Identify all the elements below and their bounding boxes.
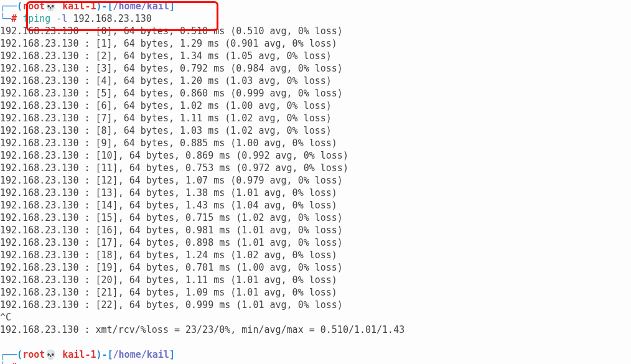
ping-text: 192.168.23.130 : [12], 64 bytes, 1.07 ms…	[0, 175, 343, 186]
ping-text: 192.168.23.130 : [9], 64 bytes, 0.885 ms…	[0, 138, 337, 149]
ping-reply-line: 192.168.23.130 : [8], 64 bytes, 1.03 ms …	[0, 124, 631, 137]
ping-text: 192.168.23.130 : [15], 64 bytes, 0.715 m…	[0, 212, 343, 223]
prompt-hash: #	[11, 13, 22, 24]
ping-text: 192.168.23.130 : [14], 64 bytes, 1.43 ms…	[0, 200, 337, 211]
ping-reply-line: 192.168.23.130 : [13], 64 bytes, 1.38 ms…	[0, 187, 631, 199]
ping-text: 192.168.23.130 : [22], 64 bytes, 0.999 m…	[0, 299, 343, 310]
ping-reply-line: 192.168.23.130 : [14], 64 bytes, 1.43 ms…	[0, 199, 631, 212]
skull-icon: 💀	[45, 349, 57, 360]
ping-reply-line: 192.168.23.130 : [0], 64 bytes, 0.510 ms…	[0, 25, 631, 37]
ping-text: 192.168.23.130 : [11], 64 bytes, 0.753 m…	[0, 162, 348, 174]
ping-reply-line: 192.168.23.130 : [7], 64 bytes, 1.11 ms …	[0, 112, 631, 124]
prompt-path: /home/kail	[113, 349, 169, 360]
prompt-hash: #	[11, 362, 22, 364]
ping-text: 192.168.23.130 : [4], 64 bytes, 1.20 ms …	[0, 75, 332, 86]
terminal-line: ┌──(root💀 kail-1)-[/home/kail]	[0, 348, 631, 361]
terminal-line	[0, 336, 631, 348]
prompt-open: ┌──(	[0, 1, 22, 12]
summary-line: 192.168.23.130 : xmt/rcv/%loss = 23/23/0…	[0, 324, 631, 336]
ping-reply-line: 192.168.23.130 : [1], 64 bytes, 1.29 ms …	[0, 37, 631, 50]
ping-reply-line: 192.168.23.130 : [9], 64 bytes, 0.885 ms…	[0, 137, 631, 149]
interrupt-line: ^C	[0, 311, 631, 324]
prompt-user: root	[22, 349, 45, 360]
prompt-line2: └─	[0, 362, 11, 364]
ping-text: 192.168.23.130 : [21], 64 bytes, 1.09 ms…	[0, 287, 337, 298]
terminal-output[interactable]: ┌──(root💀 kail-1)-[/home/kail]└─# fping …	[0, 0, 631, 364]
prompt-bracket-open: )-[	[96, 1, 113, 12]
ping-text: 192.168.23.130 : [16], 64 bytes, 0.981 m…	[0, 225, 343, 236]
ping-reply-line: 192.168.23.130 : [19], 64 bytes, 0.701 m…	[0, 261, 631, 274]
terminal-line: └─# fping -l 192.168.23.130	[0, 12, 631, 25]
ping-reply-line: 192.168.23.130 : [22], 64 bytes, 0.999 m…	[0, 299, 631, 311]
ping-reply-line: 192.168.23.130 : [2], 64 bytes, 1.34 ms …	[0, 50, 631, 62]
terminal-line: ┌──(root💀 kail-1)-[/home/kail]	[0, 0, 631, 12]
prompt-host: kail-1	[57, 349, 96, 360]
ping-text: 192.168.23.130 : [17], 64 bytes, 0.898 m…	[0, 237, 343, 248]
ping-text: 192.168.23.130 : [5], 64 bytes, 0.860 ms…	[0, 88, 343, 99]
ping-reply-line: 192.168.23.130 : [11], 64 bytes, 0.753 m…	[0, 162, 631, 174]
ping-reply-line: 192.168.23.130 : [3], 64 bytes, 0.792 ms…	[0, 62, 631, 75]
ping-text: 192.168.23.130 : [1], 64 bytes, 1.29 ms …	[0, 38, 337, 49]
ping-text: 192.168.23.130 : [6], 64 bytes, 1.02 ms …	[0, 100, 332, 111]
ping-reply-line: 192.168.23.130 : [18], 64 bytes, 1.24 ms…	[0, 249, 631, 261]
ping-text: 192.168.23.130 : [7], 64 bytes, 1.11 ms …	[0, 113, 332, 124]
ping-text: 192.168.23.130 : [20], 64 bytes, 1.11 ms…	[0, 274, 337, 286]
ping-reply-line: 192.168.23.130 : [20], 64 bytes, 1.11 ms…	[0, 274, 631, 286]
ctrl-c: ^C	[0, 312, 11, 323]
command-binary: fping	[22, 13, 50, 24]
ping-reply-line: 192.168.23.130 : [17], 64 bytes, 0.898 m…	[0, 236, 631, 249]
prompt-bracket-close: ]	[169, 349, 175, 360]
command-argument: 192.168.23.130	[67, 13, 151, 24]
prompt-bracket-close: ]	[169, 1, 175, 12]
ping-text: 192.168.23.130 : [8], 64 bytes, 1.03 ms …	[0, 125, 332, 136]
terminal-line: └─#	[0, 361, 631, 364]
skull-icon: 💀	[45, 1, 57, 12]
prompt-bracket-open: )-[	[96, 349, 113, 360]
ping-reply-line: 192.168.23.130 : [6], 64 bytes, 1.02 ms …	[0, 100, 631, 112]
ping-reply-line: 192.168.23.130 : [10], 64 bytes, 0.869 m…	[0, 149, 631, 162]
ping-reply-line: 192.168.23.130 : [4], 64 bytes, 1.20 ms …	[0, 75, 631, 87]
prompt-path: /home/kail	[113, 1, 169, 12]
ping-text: 192.168.23.130 : [18], 64 bytes, 1.24 ms…	[0, 250, 337, 261]
command-flag: -l	[50, 13, 67, 24]
ping-text: 192.168.23.130 : [19], 64 bytes, 0.701 m…	[0, 262, 343, 273]
prompt-open: ┌──(	[0, 349, 22, 360]
ping-text: 192.168.23.130 : [10], 64 bytes, 0.869 m…	[0, 150, 348, 161]
prompt-host: kail-1	[57, 1, 96, 12]
ping-text: 192.168.23.130 : [3], 64 bytes, 0.792 ms…	[0, 63, 343, 74]
ping-reply-line: 192.168.23.130 : [16], 64 bytes, 0.981 m…	[0, 224, 631, 236]
ping-reply-line: 192.168.23.130 : [21], 64 bytes, 1.09 ms…	[0, 286, 631, 299]
ping-reply-line: 192.168.23.130 : [12], 64 bytes, 1.07 ms…	[0, 174, 631, 187]
ping-reply-line: 192.168.23.130 : [5], 64 bytes, 0.860 ms…	[0, 87, 631, 100]
prompt-user: root	[22, 1, 45, 12]
summary-text: 192.168.23.130 : xmt/rcv/%loss = 23/23/0…	[0, 324, 404, 335]
ping-reply-line: 192.168.23.130 : [15], 64 bytes, 0.715 m…	[0, 212, 631, 224]
prompt-line2: └─	[0, 13, 11, 24]
ping-text: 192.168.23.130 : [2], 64 bytes, 1.34 ms …	[0, 50, 332, 62]
ping-text: 192.168.23.130 : [0], 64 bytes, 0.510 ms…	[0, 26, 343, 37]
ping-text: 192.168.23.130 : [13], 64 bytes, 1.38 ms…	[0, 187, 337, 198]
